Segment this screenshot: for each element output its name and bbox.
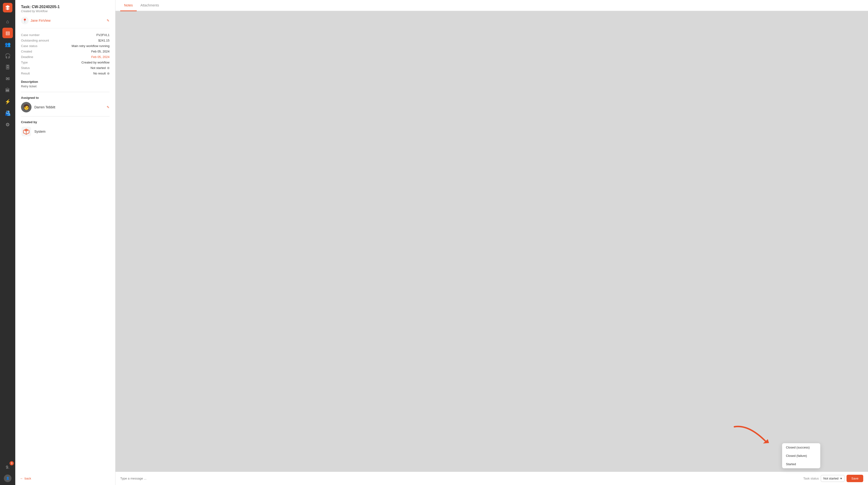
assignee-edit-icon[interactable]: ✎ [107,19,110,23]
status-dropdown-value: Not started [824,477,839,480]
case-number-label: Case number [21,33,49,37]
status-dropdown-popup: Closed (success) Closed (failure) Starte… [782,443,820,468]
notifications-badge[interactable]: 9. 3 [2,462,13,473]
result-label: Result [21,71,49,75]
assigned-to-row: 🧑 Darren Tebbitt ✎ [21,102,110,113]
status-label: Status [21,66,49,70]
sidebar-item-home[interactable]: ⌂ [2,16,13,27]
sidebar: ⌂ ▤ 👥 🎧 🗄 ✉ 🏛 ⚡ 🫂 ⚙ 9. 3 👤 [0,0,15,485]
assigned-person-avatar: 🧑 [21,102,31,113]
system-logo [21,126,31,137]
bank-icon: 🏛 [5,88,10,93]
dropdown-option-closed-failure[interactable]: Closed (failure) [782,452,820,460]
database-icon: 🗄 [5,65,10,70]
created-by-label: Created by [21,120,110,124]
location-icon: 📍 [23,19,27,23]
result-value: No result [53,71,110,75]
sidebar-item-database[interactable]: 🗄 [2,62,13,72]
task-subtitle: Created by Workflow [21,9,110,13]
sidebar-bottom: 9. 3 👤 [2,462,13,482]
contacts-icon: 👥 [5,41,11,47]
deadline-value: Feb 05, 2024 [53,55,110,59]
main-content: Task: CW-20240205-1 Created by Workflow … [15,0,868,485]
user-icon: 👤 [6,477,9,480]
badge-count: 3 [9,461,14,465]
mail-icon: ✉ [6,76,10,82]
home-icon: ⌂ [6,19,9,24]
assignee-name: Jane FinView [31,19,51,23]
outstanding-amount-value: $241.15 [53,39,110,42]
dropdown-option-started[interactable]: Started [782,460,820,468]
result-dot [107,72,110,75]
created-label: Created [21,50,49,53]
case-status-label: Case status [21,44,49,48]
sidebar-item-agent[interactable]: 🎧 [2,51,13,61]
left-panel: Task: CW-20240205-1 Created by Workflow … [15,0,116,485]
description-label: Description [21,80,110,84]
chevron-down-icon: ▾ [840,477,842,480]
system-name: System [34,130,45,133]
outstanding-amount-label: Outstanding amount [21,39,49,42]
type-value: Created by workflow [53,61,110,64]
back-link[interactable]: ← back [20,477,31,480]
back-arrow-icon: ← [20,477,23,480]
dropdown-option-closed-success[interactable]: Closed (success) [782,443,820,452]
back-label: back [25,477,31,480]
message-input[interactable] [120,477,801,480]
divider-2 [21,116,110,117]
task-status-section: Task status Not started ▾ Save [803,475,863,482]
message-footer: Task status Not started ▾ Save [116,472,868,485]
sidebar-item-mail[interactable]: ✉ [2,73,13,84]
notes-area [116,11,868,472]
sidebar-item-tasks[interactable]: ▤ [2,28,13,38]
settings-icon: ⚙ [5,122,10,127]
sidebar-item-bank[interactable]: 🏛 [2,85,13,95]
tabs-bar: Notes Attachments [116,0,868,11]
assigned-to-label: Assigned to [21,96,110,99]
team-icon: 🫂 [5,110,11,116]
assigned-edit-icon[interactable]: ✎ [107,105,110,109]
notification-number-icon: 9. [6,465,9,470]
workflow-icon: ⚡ [5,99,11,104]
created-by-row: System [21,126,110,137]
status-dot [107,67,110,69]
tab-attachments[interactable]: Attachments [137,0,163,11]
status-value: Not started [53,66,110,70]
sidebar-item-contacts[interactable]: 👥 [2,39,13,50]
agent-icon: 🎧 [5,53,11,59]
case-status-value: Main retry workflow running [53,44,110,48]
assigned-person-info: 🧑 Darren Tebbitt [21,102,55,113]
deadline-label: Deadline [21,55,49,59]
user-avatar[interactable]: 👤 [4,475,11,482]
right-panel: Notes Attachments Task status Not starte… [116,0,868,485]
description-value: Retry ticket [21,85,110,88]
person-face-icon: 🧑 [23,104,30,110]
case-number-value: FV2FVL1 [53,33,110,37]
task-title: Task: CW-20240205-1 [21,5,110,9]
created-value: Feb 05, 2024 [53,50,110,53]
meta-grid: Case number FV2FVL1 Outstanding amount $… [21,33,110,75]
sidebar-logo[interactable] [3,3,12,12]
sidebar-item-settings[interactable]: ⚙ [2,119,13,130]
assignee-avatar: 📍 [21,17,29,24]
assignee-row: 📍 Jane FinView ✎ [21,17,110,28]
assignee-info: 📍 Jane FinView [21,17,51,24]
type-label: Type [21,61,49,64]
tasks-icon: ▤ [5,30,10,36]
task-status-label: Task status [803,477,819,480]
tab-notes[interactable]: Notes [120,0,137,11]
sidebar-item-team[interactable]: 🫂 [2,108,13,118]
status-dropdown[interactable]: Not started ▾ [821,475,845,482]
save-button[interactable]: Save [846,475,863,482]
sidebar-item-workflow[interactable]: ⚡ [2,96,13,107]
assigned-person-name: Darren Tebbitt [34,105,55,109]
